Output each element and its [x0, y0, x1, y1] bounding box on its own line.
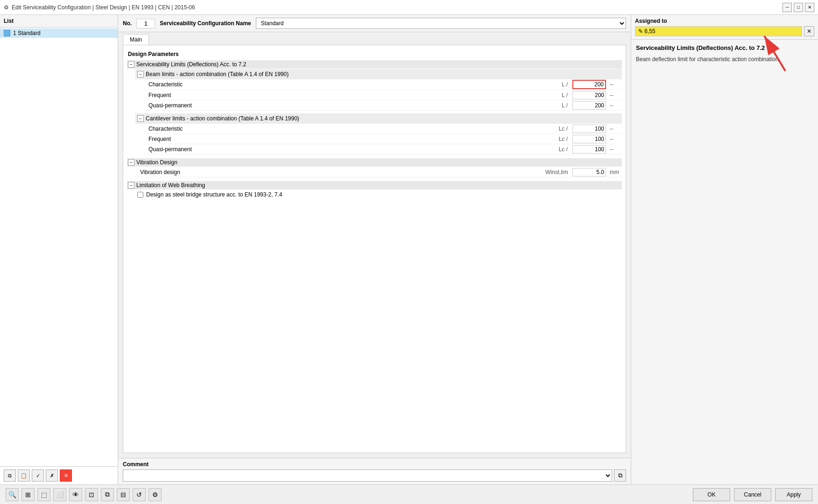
list-item[interactable]: 1 Standard	[0, 28, 118, 38]
serviceability-toggle[interactable]: −	[128, 61, 134, 68]
grid-button[interactable]: ⊞	[21, 488, 35, 501]
beam-char-name: Characteristic	[144, 80, 543, 89]
assigned-input: ✎ 6,55	[635, 26, 802, 36]
name-select[interactable]: Standard	[256, 18, 626, 29]
app-icon: ⚙	[4, 4, 9, 11]
assigned-section: Assigned to ✎ 6,55 ✕	[631, 15, 818, 40]
ok-button[interactable]: OK	[693, 488, 730, 501]
cant-freq-input[interactable]	[572, 135, 606, 143]
toolbar-left: 🔍 ⊞ ⬚ ⬜ 👁 ⊡ ⧉ ⊟ ↺ ⚙	[6, 488, 162, 501]
no-label: No.	[123, 20, 132, 27]
bridge-structure-row: Design as steel bridge structure acc. to…	[135, 190, 622, 199]
apply-button[interactable]: Apply	[775, 488, 812, 501]
name-label: Serviceability Configuration Name	[160, 20, 251, 27]
beam-quasi-value[interactable]	[571, 101, 608, 110]
eye-button[interactable]: 👁	[69, 488, 82, 501]
tabs: Main	[118, 32, 631, 45]
select2-button[interactable]: ⬜	[53, 488, 66, 501]
cant-quasi-input[interactable]	[572, 145, 606, 154]
assigned-close-button[interactable]: ✕	[804, 26, 814, 36]
serviceability-limits-section: − Serviceability Limits (Deflections) Ac…	[127, 60, 622, 69]
vibration-value[interactable]	[571, 168, 608, 177]
delete-button[interactable]: ✕	[60, 469, 72, 482]
cant-quasi-suffix: --	[608, 145, 622, 154]
comment-copy-button[interactable]: ⧉	[614, 469, 626, 482]
minimize-button[interactable]: ─	[783, 3, 792, 12]
maximize-button[interactable]: □	[794, 3, 803, 12]
beam-quasi-input[interactable]	[572, 101, 606, 110]
cantilever-limits-section: − Cantilever limits - action combination…	[135, 113, 622, 124]
select-button[interactable]: ⬚	[37, 488, 50, 501]
beam-limits-label: Beam limits - action combination (Table …	[146, 71, 289, 77]
uncheck-button[interactable]: ✗	[46, 469, 58, 482]
refresh-button[interactable]: ↺	[133, 488, 146, 501]
vibration-input[interactable]	[572, 168, 606, 176]
web-breathing-section: − Limitation of Web Breathing	[127, 181, 622, 189]
cantilever-rows: Characteristic Lc / -- Frequent Lc /	[135, 124, 622, 154]
comment-input-row: ⧉	[123, 469, 626, 482]
cant-char-input[interactable]	[572, 125, 606, 133]
copy3-button[interactable]: ⊟	[117, 488, 130, 501]
comment-label: Comment	[123, 461, 626, 468]
config-header: No. Serviceability Configuration Name St…	[118, 15, 631, 32]
web-breathing-toggle[interactable]: −	[128, 182, 134, 189]
beam-rows: Characteristic L / -- Frequent L /	[135, 79, 622, 111]
cancel-button[interactable]: Cancel	[734, 488, 771, 501]
beam-freq-input[interactable]	[572, 91, 606, 99]
beam-char-input[interactable]	[572, 80, 606, 89]
cantilever-freq-row: Frequent Lc / --	[144, 134, 622, 144]
beam-char-unit: L /	[543, 80, 571, 89]
bottom-bar: 🔍 ⊞ ⬚ ⬜ 👁 ⊡ ⧉ ⊟ ↺ ⚙ OK Cancel Apply	[0, 484, 818, 504]
beam-quasi-row: Quasi-permanent L / --	[144, 100, 622, 111]
comment-area: Comment ⧉	[118, 458, 631, 484]
bridge-structure-label: Design as steel bridge structure acc. to…	[146, 191, 282, 198]
bridge-structure-checkbox[interactable]	[137, 192, 143, 198]
beam-char-value[interactable]	[571, 79, 608, 90]
web-breathing-rows: Design as steel bridge structure acc. to…	[127, 190, 622, 199]
right-panel: Assigned to ✎ 6,55 ✕ Serv	[631, 15, 818, 484]
web-breathing-label: Limitation of Web Breathing	[136, 182, 205, 189]
cantilever-toggle[interactable]: −	[137, 115, 144, 122]
cantilever-label: Cantilever limits - action combination (…	[146, 115, 299, 122]
cant-freq-value[interactable]	[571, 134, 608, 144]
search-button[interactable]: 🔍	[6, 488, 19, 501]
beam-quasi-unit: L /	[543, 101, 571, 110]
close-button[interactable]: ✕	[805, 3, 814, 12]
cant-char-value[interactable]	[571, 124, 608, 133]
right-info-title: Serviceability Limits (Deflections) Acc.…	[636, 44, 813, 51]
cant-freq-suffix: --	[608, 135, 622, 143]
tab-main[interactable]: Main	[123, 34, 149, 45]
content-area: List 1 Standard ⧉ 📋 ✓ ✗ ✕ No. Servic	[0, 15, 818, 484]
beam-freq-value[interactable]	[571, 91, 608, 100]
list-item-icon	[4, 30, 10, 36]
cant-char-unit: Lc /	[543, 125, 571, 133]
cantilever-quasi-row: Quasi-permanent Lc / --	[144, 144, 622, 154]
view2-button[interactable]: ⊡	[85, 488, 98, 501]
vibration-toggle[interactable]: −	[128, 159, 134, 166]
no-input[interactable]	[136, 19, 155, 28]
list-header: List	[0, 15, 118, 28]
beam-char-suffix: --	[608, 80, 622, 89]
cant-quasi-value[interactable]	[571, 145, 608, 154]
left-panel: List 1 Standard ⧉ 📋 ✓ ✗ ✕	[0, 15, 118, 484]
beam-limits-container: − Beam limits - action combination (Tabl…	[127, 69, 622, 111]
copy-button[interactable]: ⧉	[4, 469, 16, 482]
settings-button[interactable]: ⚙	[148, 488, 162, 501]
vibration-rows: Vibration design Winst,lim mm	[127, 167, 622, 177]
comment-select[interactable]	[123, 469, 612, 482]
beam-freq-unit: L /	[543, 91, 571, 99]
window-title: Edit Serviceability Configuration | Stee…	[12, 4, 195, 11]
vibration-suffix: mm	[608, 168, 622, 176]
vibration-label: Vibration Design	[136, 159, 177, 166]
vibration-design-name: Vibration design	[135, 168, 543, 176]
list-items: 1 Standard	[0, 28, 118, 466]
check-button[interactable]: ✓	[32, 469, 44, 482]
cant-quasi-name: Quasi-permanent	[144, 145, 543, 154]
paste-button[interactable]: 📋	[18, 469, 30, 482]
title-bar: ⚙ Edit Serviceability Configuration | St…	[0, 0, 818, 15]
copy2-button[interactable]: ⧉	[101, 488, 114, 501]
cant-quasi-unit: Lc /	[543, 145, 571, 154]
list-item-label: 1 Standard	[13, 30, 41, 36]
beam-limits-toggle[interactable]: −	[137, 71, 144, 77]
beam-limits-section: − Beam limits - action combination (Tabl…	[135, 69, 622, 79]
